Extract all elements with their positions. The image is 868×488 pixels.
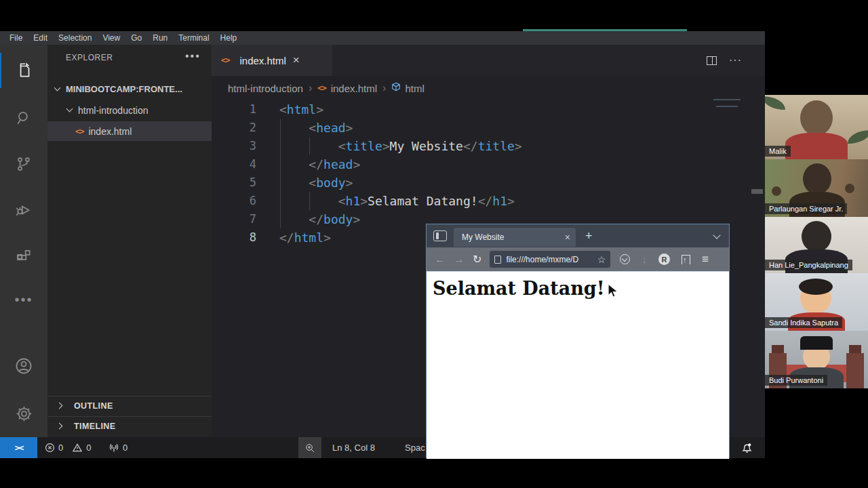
participant-name: Sandi Indika Saputra bbox=[765, 317, 842, 328]
new-tab-button[interactable]: + bbox=[585, 229, 593, 243]
participant-video[interactable]: Parlaungan Siregar Jr. bbox=[765, 159, 868, 217]
participant-name: Parlaungan Siregar Jr. bbox=[765, 203, 847, 214]
editor-scrollbar[interactable] bbox=[751, 189, 763, 194]
minimap bbox=[713, 99, 741, 100]
close-icon[interactable]: × bbox=[293, 54, 300, 67]
person-silhouette bbox=[802, 221, 831, 252]
code-line[interactable]: 4 </head> bbox=[212, 155, 765, 174]
chevron-right-icon bbox=[56, 403, 63, 409]
zoom-button[interactable] bbox=[298, 437, 321, 458]
chevron-down-icon bbox=[66, 106, 73, 113]
mouse-cursor bbox=[607, 283, 619, 302]
warning-icon bbox=[72, 443, 83, 453]
pocket-icon[interactable] bbox=[620, 254, 630, 264]
activity-bar: ••• bbox=[0, 45, 47, 437]
browser-tab-title: My Website bbox=[462, 232, 565, 242]
menu-bar: File Edit Selection View Go Run Terminal… bbox=[0, 31, 765, 45]
browser-tab-my-website[interactable]: My Website × bbox=[454, 228, 576, 247]
menu-run[interactable]: Run bbox=[147, 33, 173, 43]
settings-icon[interactable] bbox=[0, 396, 47, 431]
code-line[interactable]: 5 <body> bbox=[212, 174, 765, 192]
reload-icon[interactable]: ↻ bbox=[473, 253, 481, 266]
line-number: 7 bbox=[212, 210, 256, 228]
cursor-position[interactable]: Ln 8, Col 8 bbox=[332, 437, 375, 458]
browser-toolbar: ← → ↻ file:///home/mxme/D ☆ ↓ R ≡ bbox=[427, 247, 729, 271]
editor-tab-bar: <> index.html × ··· bbox=[212, 45, 765, 76]
plant-decor bbox=[765, 96, 785, 110]
tab-label: index.html bbox=[239, 55, 285, 66]
indent-guide bbox=[309, 192, 310, 210]
more-icon[interactable]: ••• bbox=[0, 282, 47, 317]
source-control-icon[interactable] bbox=[0, 146, 47, 182]
menu-edit[interactable]: Edit bbox=[28, 33, 53, 43]
list-tabs-chevron-icon[interactable] bbox=[713, 231, 720, 239]
temple-tower bbox=[846, 353, 864, 388]
magnifier-icon bbox=[304, 443, 315, 453]
menu-go[interactable]: Go bbox=[125, 33, 147, 43]
files-icon[interactable] bbox=[0, 53, 47, 88]
person-silhouette bbox=[803, 163, 831, 195]
warning-count: 0 bbox=[86, 443, 91, 453]
participant-name: Budi Purwantoni bbox=[765, 375, 827, 386]
problems-status[interactable]: 0 0 bbox=[45, 437, 91, 458]
avatar-hair bbox=[799, 279, 833, 295]
browser-window: My Website × + ← → ↻ file:///home/mxme/D… bbox=[426, 224, 730, 458]
split-editor-icon[interactable] bbox=[707, 56, 717, 65]
html-file-icon: <> bbox=[75, 127, 83, 136]
timeline-section[interactable]: TIMELINE bbox=[47, 416, 212, 435]
participant-video[interactable]: Sandi Indika Saputra bbox=[765, 273, 868, 331]
accounts-icon[interactable] bbox=[0, 348, 47, 384]
breadcrumb-file[interactable]: index.html bbox=[331, 83, 377, 94]
error-icon bbox=[45, 443, 55, 453]
tree-folder-html-introduction[interactable]: html-introduction bbox=[47, 100, 212, 120]
participant-video[interactable]: Malik bbox=[765, 95, 868, 159]
person-silhouette bbox=[845, 184, 854, 193]
folder-label: html-introduction bbox=[78, 105, 149, 116]
tree-file-index-html[interactable]: <> index.html bbox=[47, 121, 212, 141]
run-debug-icon[interactable] bbox=[0, 192, 47, 228]
person-silhouette bbox=[772, 186, 781, 196]
save-page-icon[interactable] bbox=[682, 255, 690, 264]
editor-more-icon[interactable]: ··· bbox=[729, 54, 742, 66]
notifications-bell-icon[interactable] bbox=[734, 437, 760, 458]
menu-file[interactable]: File bbox=[4, 33, 28, 43]
ports-status[interactable]: 0 bbox=[108, 437, 127, 458]
menu-selection[interactable]: Selection bbox=[53, 33, 97, 43]
participant-video[interactable]: Han Lie_Pangkalpinang bbox=[765, 217, 868, 273]
remote-indicator[interactable]: >< bbox=[0, 437, 37, 458]
code-line[interactable]: 3 <title>My Website</title> bbox=[212, 137, 765, 155]
indentation-status[interactable]: Spac bbox=[405, 437, 425, 458]
download-icon[interactable]: ↓ bbox=[642, 253, 647, 265]
url-text: file:///home/mxme/D bbox=[506, 255, 597, 264]
file-label: index.html bbox=[88, 126, 132, 137]
code-line[interactable]: 6 <h1>Selamat Datang!</h1> bbox=[212, 192, 765, 210]
extension-badge-icon[interactable]: R bbox=[658, 253, 670, 265]
outline-section[interactable]: OUTLINE bbox=[47, 396, 212, 415]
html-file-icon: <> bbox=[317, 83, 326, 93]
explorer-actions-icon[interactable]: ••• bbox=[185, 50, 201, 62]
participant-video[interactable]: Budi Purwantoni bbox=[765, 331, 868, 388]
back-icon[interactable]: ← bbox=[435, 253, 446, 266]
code-line[interactable]: 2 <head> bbox=[212, 119, 765, 137]
search-icon[interactable] bbox=[0, 100, 47, 136]
code-line[interactable]: 1<html> bbox=[212, 100, 765, 119]
breadcrumb-symbol[interactable]: html bbox=[405, 83, 424, 94]
menu-hamburger-icon[interactable]: ≡ bbox=[702, 253, 709, 266]
extensions-icon[interactable] bbox=[0, 239, 47, 274]
url-bar[interactable]: file:///home/mxme/D ☆ bbox=[490, 251, 610, 268]
tree-root-folder[interactable]: MINIBOOTCAMP:FRONTE... bbox=[47, 79, 212, 99]
firefox-view-icon[interactable] bbox=[433, 230, 447, 241]
menu-terminal[interactable]: Terminal bbox=[173, 33, 214, 43]
close-icon[interactable]: × bbox=[565, 232, 570, 243]
radio-tower-icon bbox=[108, 443, 119, 453]
breadcrumb-folder[interactable]: html-introduction bbox=[228, 83, 303, 94]
bookmark-star-icon[interactable]: ☆ bbox=[597, 254, 606, 265]
chevron-right-icon bbox=[56, 423, 63, 430]
menu-view[interactable]: View bbox=[97, 33, 125, 43]
timeline-label: TIMELINE bbox=[74, 422, 116, 431]
forward-icon[interactable]: → bbox=[454, 253, 465, 266]
menu-help[interactable]: Help bbox=[215, 33, 243, 43]
tab-index-html[interactable]: <> index.html × bbox=[212, 45, 332, 76]
page-icon bbox=[494, 256, 501, 264]
person-silhouette bbox=[800, 100, 833, 136]
